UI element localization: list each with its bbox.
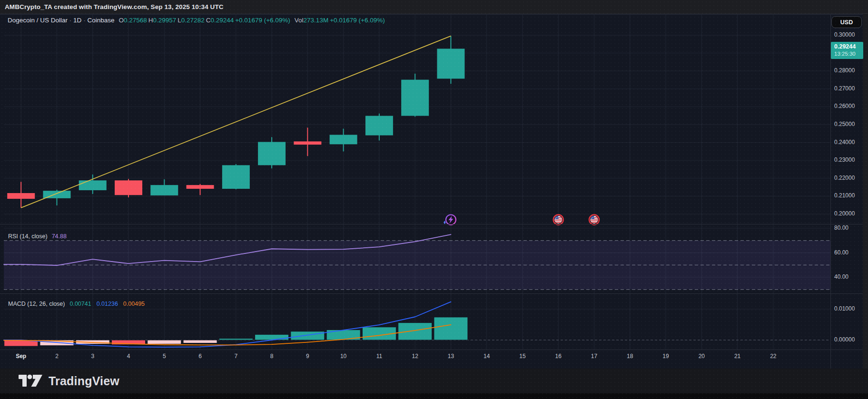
macd-signal-value: 0.00495 (123, 301, 145, 307)
macd-histogram-bar (148, 340, 181, 344)
candle-body (187, 185, 214, 189)
macd-line-value: 0.01236 (97, 301, 118, 307)
close-value: 0.29244 (210, 17, 234, 24)
macd-histogram-bar (183, 340, 217, 343)
candle-body (79, 180, 107, 190)
rsi-value: 74.88 (52, 233, 67, 240)
price-scale[interactable] (830, 14, 868, 350)
bar-countdown: 13:25:30 (834, 50, 863, 57)
tradingview-logo[interactable]: TradingView (18, 373, 119, 389)
tradingview-chart-page: AMBCrypto_TA created with TradingView.co… (0, 0, 868, 399)
candle-body (7, 193, 35, 199)
sparkle-icon (444, 221, 445, 224)
us-flag-event-icon[interactable] (553, 215, 563, 225)
volume-change-value: +0.01679 (+6.09%) (330, 17, 385, 24)
candle-body (222, 165, 250, 189)
candle-body (258, 142, 286, 165)
volume-value: 273.13M (304, 17, 329, 24)
open-label: O (118, 17, 124, 24)
currency-toggle-button[interactable]: USD (831, 16, 862, 28)
symbol-legend[interactable]: Dogecoin / US Dollar · 1D · Coinbase O0.… (8, 16, 385, 24)
current-price-value: 0.29244 (834, 43, 863, 50)
candle-body (330, 135, 357, 144)
macd-legend[interactable]: MACD (12, 26, close) 0.00741 0.01236 0.0… (8, 301, 145, 307)
high-label: H (148, 17, 153, 24)
macd-histogram-bar (255, 334, 289, 340)
macd-histogram-bar (398, 323, 432, 340)
tradingview-logo-icon (18, 373, 43, 389)
macd-histogram-bar (219, 339, 253, 340)
interval-label: 1D (73, 17, 81, 24)
candle-body (294, 141, 321, 145)
low-value: 0.27282 (181, 17, 205, 24)
attribution-bar: AMBCrypto_TA created with TradingView.co… (0, 0, 868, 14)
macd-title: MACD (12, 26, close) (8, 301, 65, 307)
tradingview-logo-text: TradingView (49, 374, 119, 388)
footer-bottom-strip (0, 393, 868, 399)
chart-canvas[interactable] (0, 0, 868, 399)
volume-label: Vol (295, 17, 304, 24)
macd-hist-value: 0.00741 (69, 301, 91, 307)
current-price-label: 0.29244 13:25:30 (831, 42, 863, 59)
macd-histogram-bar (291, 331, 325, 340)
candle-body (401, 80, 429, 116)
us-flag-event-icon[interactable] (589, 215, 599, 225)
symbol-title: Dogecoin / US Dollar (8, 17, 68, 24)
open-value: 0.27568 (124, 17, 147, 24)
rsi-title: RSI (14, close) (8, 233, 48, 240)
candle-body (115, 180, 142, 195)
attribution-text: AMBCrypto_TA created with TradingView.co… (5, 3, 224, 10)
candle-body (437, 49, 464, 78)
candle-body (150, 185, 178, 195)
change-value: +0.01679 (+6.09%) (235, 17, 290, 24)
high-value: 0.29957 (153, 17, 177, 24)
candle-body (365, 116, 393, 136)
footer-bar: TradingView (0, 369, 868, 393)
rsi-legend[interactable]: RSI (14, close) 74.88 (8, 233, 67, 240)
close-label: C (206, 17, 211, 24)
low-label: L (178, 17, 181, 24)
macd-histogram-bar (434, 317, 468, 340)
lightning-event-icon[interactable] (444, 215, 456, 225)
time-scale[interactable] (0, 350, 830, 369)
exchange-label: Coinbase (87, 17, 114, 24)
